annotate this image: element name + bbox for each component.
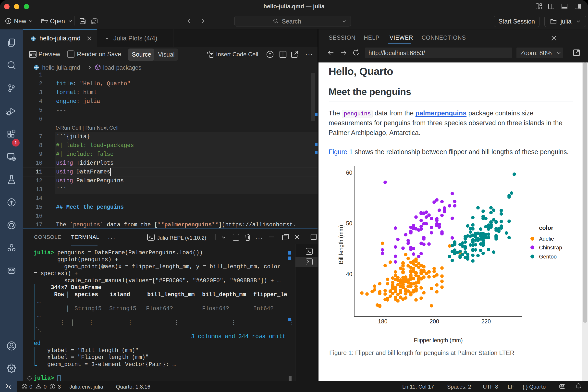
svg-text:200: 200: [430, 318, 439, 324]
svg-text:color: color: [539, 224, 554, 231]
svg-text:220: 220: [482, 318, 491, 324]
svg-text:Gentoo: Gentoo: [539, 254, 557, 260]
svg-text:60: 60: [346, 170, 352, 176]
svg-text:40: 40: [346, 271, 352, 277]
svg-text:Adelie: Adelie: [539, 236, 554, 242]
svg-text:Chinstrap: Chinstrap: [539, 244, 562, 251]
svg-text:50: 50: [346, 220, 352, 226]
svg-text:180: 180: [378, 318, 387, 324]
svg-text:Bill length (mm): Bill length (mm): [338, 225, 344, 264]
svg-text:Flipper length (mm): Flipper length (mm): [414, 337, 462, 344]
